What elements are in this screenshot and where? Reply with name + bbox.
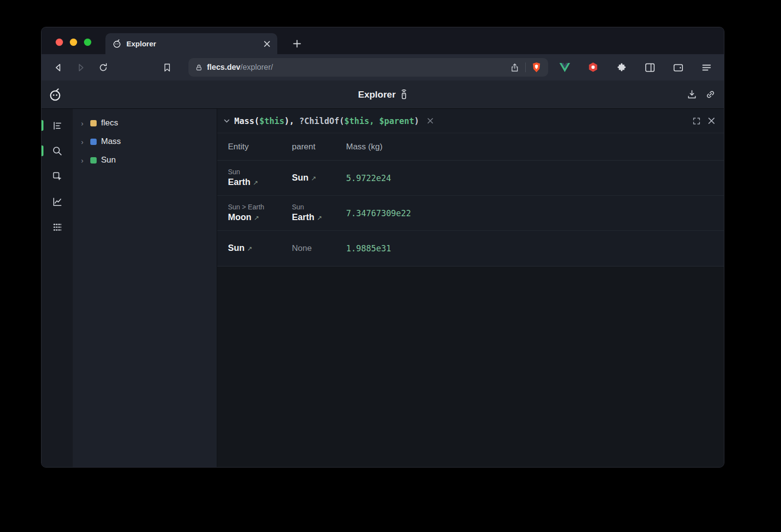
query-header: Mass($this), ?ChildOf($this, $parent) <box>217 109 724 133</box>
query-term-close: ), <box>284 116 299 126</box>
rail-stats-button[interactable] <box>47 192 67 211</box>
entity-parent-path: Sun <box>228 168 288 176</box>
query-panel-empty-area <box>217 266 724 467</box>
remote-connection-icon <box>400 89 408 100</box>
vue-devtools-icon[interactable] <box>555 59 575 76</box>
parent-cell: None <box>292 244 346 253</box>
query-term-optional-component: ?ChildOf( <box>299 116 344 126</box>
parent-none-value: None <box>292 244 342 253</box>
hexagon-extension-icon[interactable] <box>583 59 603 76</box>
expand-fullscreen-icon[interactable] <box>692 117 701 125</box>
query-term-variables: $this, $parent <box>344 116 414 126</box>
open-entity-icon[interactable] <box>254 214 259 222</box>
rail-tree-button[interactable] <box>47 116 67 135</box>
browser-tab-explorer[interactable]: Explorer <box>105 33 277 54</box>
app-header: Explorer <box>41 81 724 109</box>
close-window-button[interactable] <box>56 39 63 46</box>
rail-query-button[interactable] <box>47 141 67 161</box>
wallet-icon[interactable] <box>668 59 688 76</box>
flecs-logo[interactable] <box>48 88 62 102</box>
query-expression[interactable]: Mass($this), ?ChildOf($this, $parent) <box>234 116 419 126</box>
entity-name-line: Sun <box>292 173 342 184</box>
app-title-group: Explorer <box>41 89 724 100</box>
parent-cell: Sun Earth <box>292 203 346 223</box>
app-header-actions <box>684 87 718 102</box>
entity-link[interactable]: Moon <box>228 212 251 223</box>
query-result-card: Mass($this), ?ChildOf($this, $parent) <box>217 109 724 266</box>
new-tab-button[interactable] <box>289 36 305 51</box>
back-button[interactable] <box>49 59 67 76</box>
entity-name-line: Earth <box>292 212 342 223</box>
clear-query-icon[interactable] <box>427 118 433 124</box>
entity-link[interactable]: Sun <box>292 173 308 184</box>
entity-cell: Sun > Earth Moon <box>228 203 292 223</box>
close-query-icon[interactable] <box>708 117 715 124</box>
rail-inspect-button[interactable] <box>47 166 67 186</box>
lock-icon <box>195 64 203 71</box>
collapse-chevron-icon[interactable] <box>223 117 230 124</box>
active-indicator <box>41 120 43 131</box>
share-link-icon[interactable] <box>702 87 718 102</box>
tab-close-icon[interactable] <box>264 41 270 47</box>
mass-value: 5.9722e24 <box>346 173 720 183</box>
entity-color-swatch <box>90 157 97 164</box>
minimize-window-button[interactable] <box>70 39 77 46</box>
parent-cell: Sun <box>292 173 346 184</box>
url-text: flecs.dev/explorer/ <box>207 63 273 72</box>
entity-link[interactable]: Earth <box>228 177 250 188</box>
sidebar-toggle-icon[interactable] <box>640 59 659 76</box>
menu-icon[interactable] <box>697 59 716 76</box>
tree-item-sun[interactable]: Sun <box>73 151 217 169</box>
rail-memory-button[interactable] <box>47 217 67 237</box>
brave-shields-icon[interactable] <box>532 62 541 73</box>
open-entity-icon[interactable] <box>317 214 322 222</box>
open-entity-icon[interactable] <box>311 175 316 182</box>
entity-name-line: Moon <box>228 212 288 223</box>
entity-name-line: Sun <box>228 243 288 254</box>
tree-item-mass[interactable]: Mass <box>73 132 217 151</box>
sidebar-icon-rail <box>41 109 73 467</box>
column-header-entity: Entity <box>228 142 292 152</box>
entity-name-line: Earth <box>228 177 288 188</box>
tab-title: Explorer <box>126 40 259 48</box>
open-entity-icon[interactable] <box>253 179 258 186</box>
tree-item-flecs[interactable]: flecs <box>73 114 217 132</box>
mass-cell: 7.34767309e22 <box>346 208 724 218</box>
query-term-component: Mass( <box>234 116 259 126</box>
expander-chevron-icon[interactable] <box>81 157 86 164</box>
bookmark-icon[interactable] <box>158 59 176 76</box>
query-term-variable: $this <box>259 116 284 126</box>
share-icon[interactable] <box>510 63 519 72</box>
toolbar-extensions <box>555 59 716 76</box>
query-term-close: ) <box>414 116 419 126</box>
entity-parent-path: Sun > Earth <box>228 203 288 211</box>
query-panel: Mass($this), ?ChildOf($this, $parent) <box>217 109 724 467</box>
reload-button[interactable] <box>94 59 112 76</box>
open-entity-icon[interactable] <box>247 245 252 252</box>
desktop-background: Explorer <box>0 0 781 532</box>
expander-chevron-icon[interactable] <box>81 120 86 127</box>
mass-cell: 5.9722e24 <box>346 173 724 183</box>
entity-parent-path: Sun <box>292 203 342 211</box>
component-color-swatch <box>90 139 97 145</box>
table-row: Sun > Earth Moon Sun Earth 7.34767309e22 <box>217 196 724 231</box>
table-row: Sun None 1.9885e31 <box>217 231 724 266</box>
forward-button[interactable] <box>72 59 89 76</box>
download-icon[interactable] <box>684 87 699 102</box>
entity-link[interactable]: Sun <box>228 243 245 254</box>
entity-cell: Sun <box>228 243 292 254</box>
url-domain: flecs.dev <box>207 63 240 71</box>
entity-link[interactable]: Earth <box>292 212 314 223</box>
query-header-actions <box>692 117 715 125</box>
url-bar[interactable]: flecs.dev/explorer/ <box>188 58 548 77</box>
expander-chevron-icon[interactable] <box>81 138 86 145</box>
tree-item-label: flecs <box>101 118 118 128</box>
extensions-puzzle-icon[interactable] <box>612 59 631 76</box>
column-header-parent: parent <box>292 142 346 152</box>
zoom-window-button[interactable] <box>84 39 91 46</box>
module-color-swatch <box>90 120 97 126</box>
navigation-bar: flecs.dev/explorer/ <box>41 54 724 81</box>
browser-window: Explorer <box>41 27 724 468</box>
tree-item-label: Sun <box>101 155 116 165</box>
flecs-favicon-icon <box>112 39 122 48</box>
